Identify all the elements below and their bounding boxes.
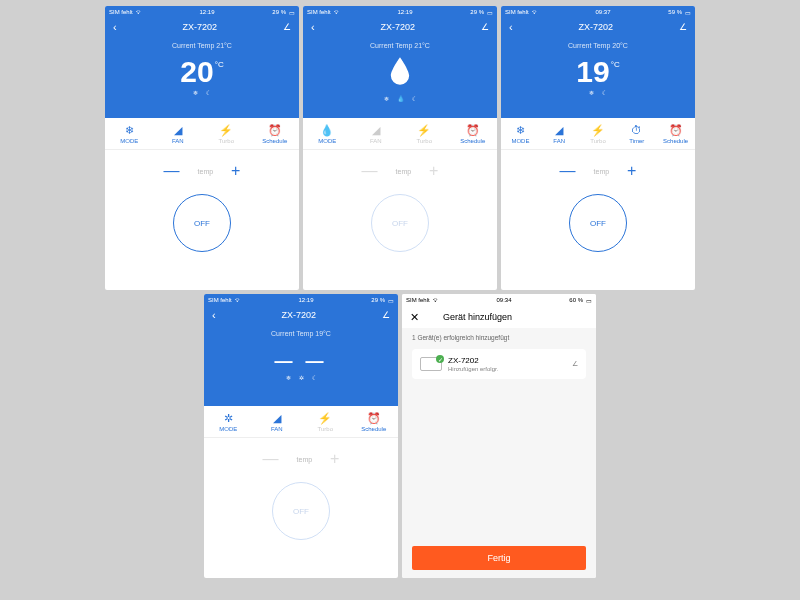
device-name: ZX-7202 (448, 356, 566, 365)
sim-status: SIM fehlt (109, 9, 133, 15)
status-time: 12:19 (199, 9, 214, 15)
device-header: ‹ ZX-7202 ∠ Current Temp 20°C 19 °C ❄ ☾ (501, 18, 695, 118)
mode-indicator-icons: ❄ 💧 ☾ (303, 95, 497, 102)
temp-label: temp (297, 456, 313, 463)
back-icon[interactable]: ‹ (311, 21, 315, 33)
schedule-button[interactable]: ⏰Schedule (449, 118, 498, 149)
moon-icon: ☾ (412, 95, 417, 102)
ac-device-icon: ✓ (420, 357, 442, 371)
temp-plus-button[interactable]: + (627, 162, 636, 180)
current-temp-label: Current Temp 20°C (501, 42, 695, 49)
temp-label: temp (396, 168, 412, 175)
alarm-icon: ⏰ (669, 123, 683, 137)
temp-adjust: — temp + (303, 150, 497, 188)
alarm-icon: ⏰ (466, 123, 480, 137)
wifi-icon: ᯤ (433, 297, 439, 303)
set-temp-display: 19 °C (501, 57, 695, 87)
battery-icon: ▭ (388, 297, 394, 304)
temp-label: temp (594, 168, 610, 175)
device-header: ‹ ZX-7202 ∠ Current Temp 21°C ❄ 💧 ☾ (303, 18, 497, 118)
schedule-button[interactable]: ⏰Schedule (656, 118, 695, 149)
turbo-button[interactable]: ⚡Turbo (301, 406, 350, 437)
wifi-icon: ᯤ (235, 297, 241, 303)
sim-status: SIM fehlt (505, 9, 529, 15)
wifi-icon: ᯤ (136, 9, 142, 15)
device-title: ZX-7202 (282, 310, 317, 320)
snowflake-icon: ❄ (125, 123, 134, 137)
control-bar: ❄MODE ◢FAN ⚡Turbo ⏰Schedule (105, 118, 299, 150)
bars-icon: ◢ (174, 123, 182, 137)
phone-screen-cooling: SIM fehltᯤ 12:19 29 %▭ ‹ ZX-7202 ∠ Curre… (105, 6, 299, 290)
edit-icon[interactable]: ∠ (679, 22, 687, 32)
control-bar: ✲MODE ◢FAN ⚡Turbo ⏰Schedule (204, 406, 398, 438)
sim-status: SIM fehlt (406, 297, 430, 303)
turbo-button[interactable]: ⚡Turbo (579, 118, 618, 149)
fan-icon: ✲ (224, 411, 233, 425)
mode-button[interactable]: 💧MODE (303, 118, 352, 149)
fan-button[interactable]: ◢FAN (540, 118, 579, 149)
turbo-button[interactable]: ⚡Turbo (202, 118, 251, 149)
snowflake-icon: ❄ (193, 89, 198, 96)
battery-icon: ▭ (586, 297, 592, 304)
sim-status: SIM fehlt (307, 9, 331, 15)
device-title: ZX-7202 (579, 22, 614, 32)
battery-icon: ▭ (289, 9, 295, 16)
fan-button[interactable]: ◢FAN (253, 406, 302, 437)
phone-screen-dehumidify: SIM fehltᯤ 12:19 29 %▭ ‹ ZX-7202 ∠ Curre… (303, 6, 497, 290)
battery-icon: ▭ (685, 9, 691, 16)
status-bar: SIM fehltᯤ 09:37 59 %▭ (501, 6, 695, 18)
status-time: 12:19 (298, 297, 313, 303)
temp-minus-button[interactable]: — (164, 162, 180, 180)
check-icon: ✓ (436, 355, 444, 363)
temp-minus-button: — (362, 162, 378, 180)
edit-icon[interactable]: ∠ (382, 310, 390, 320)
close-icon[interactable]: ✕ (410, 311, 419, 324)
device-card: ✓ ZX-7202 Hinzufügen erfolgr. ∠ (412, 349, 586, 379)
schedule-button[interactable]: ⏰Schedule (350, 406, 399, 437)
battery-pct: 60 % (569, 297, 583, 303)
turbo-button[interactable]: ⚡Turbo (400, 118, 449, 149)
fan-button[interactable]: ◢FAN (352, 118, 401, 149)
mode-button[interactable]: ❄MODE (501, 118, 540, 149)
device-status-text: Hinzufügen erfolgr. (448, 366, 566, 372)
power-button[interactable]: OFF (173, 194, 231, 252)
temp-adjust: — temp + (105, 150, 299, 188)
edit-device-icon[interactable]: ∠ (572, 360, 578, 368)
success-message: 1 Gerät(e) erfolgreich hinzugefügt (402, 328, 596, 347)
control-bar: ❄MODE ◢FAN ⚡Turbo ⏱Timer ⏰Schedule (501, 118, 695, 150)
device-title: ZX-7202 (183, 22, 218, 32)
turbo-icon: ⚡ (219, 123, 233, 137)
temp-adjust: — temp + (501, 150, 695, 188)
back-icon[interactable]: ‹ (509, 21, 513, 33)
back-icon[interactable]: ‹ (212, 309, 216, 321)
edit-icon[interactable]: ∠ (283, 22, 291, 32)
temp-adjust: — temp + (204, 438, 398, 476)
power-button[interactable]: OFF (371, 194, 429, 252)
turbo-icon: ⚡ (318, 411, 332, 425)
mode-button[interactable]: ❄MODE (105, 118, 154, 149)
add-device-header: ✕ Gerät hinzufügen (402, 306, 596, 328)
schedule-button[interactable]: ⏰Schedule (251, 118, 300, 149)
current-temp-label: Current Temp 21°C (303, 42, 497, 49)
temp-minus-button[interactable]: — (560, 162, 576, 180)
temp-plus-button[interactable]: + (231, 162, 240, 180)
wifi-icon: ᯤ (532, 9, 538, 15)
sim-status: SIM fehlt (208, 297, 232, 303)
battery-pct: 59 % (668, 9, 682, 15)
current-temp-label: Current Temp 21°C (105, 42, 299, 49)
battery-pct: 29 % (371, 297, 385, 303)
power-button[interactable]: OFF (569, 194, 627, 252)
bars-icon: ◢ (372, 123, 380, 137)
edit-icon[interactable]: ∠ (481, 22, 489, 32)
power-button[interactable]: OFF (272, 482, 330, 540)
mode-button[interactable]: ✲MODE (204, 406, 253, 437)
timer-button[interactable]: ⏱Timer (617, 118, 656, 149)
device-title: ZX-7202 (381, 22, 416, 32)
alarm-icon: ⏰ (268, 123, 282, 137)
back-icon[interactable]: ‹ (113, 21, 117, 33)
moon-icon: ☾ (312, 374, 317, 381)
mode-indicator-icons: ❄ ☾ (105, 89, 299, 96)
done-button[interactable]: Fertig (412, 546, 586, 570)
temp-plus-button: + (429, 162, 438, 180)
fan-button[interactable]: ◢FAN (154, 118, 203, 149)
